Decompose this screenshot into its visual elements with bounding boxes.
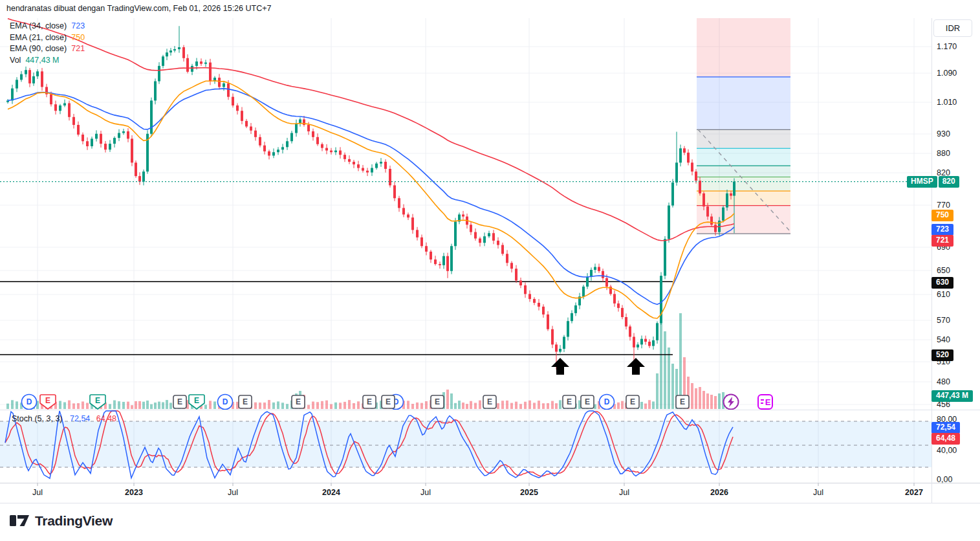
svg-text:E: E — [630, 397, 635, 406]
price-scale[interactable]: 1.1701.0901.0109308808207706906506105705… — [931, 18, 980, 483]
svg-text:E: E — [435, 397, 440, 406]
price-tick: 610 — [937, 290, 950, 299]
svg-text:E: E — [567, 397, 572, 406]
event-marker-square[interactable]: E — [581, 395, 594, 408]
svg-text:D: D — [27, 397, 32, 406]
legend-row[interactable]: Vol447,43 M — [10, 56, 60, 65]
time-tick: Jul — [32, 488, 43, 497]
svg-text:D: D — [604, 397, 610, 406]
axis-value-badge: 750 — [931, 210, 953, 221]
event-marker-square[interactable]: E — [626, 395, 639, 408]
stoch-pane[interactable] — [0, 411, 931, 478]
event-marker-circle[interactable]: D — [22, 395, 37, 410]
svg-text:E: E — [95, 396, 100, 405]
svg-text:E: E — [296, 397, 301, 406]
legend-row[interactable]: EMA (90, close)721 — [10, 44, 85, 53]
price-tick: 480 — [937, 377, 950, 386]
grid-lines — [0, 18, 931, 483]
svg-text:E: E — [487, 397, 492, 406]
price-tick: 570 — [937, 316, 950, 325]
symbol-price-badge: HMSP 820 — [907, 176, 959, 188]
stoch-legend[interactable]: Stoch (5, 3, 3) 72,54 64,48 — [12, 414, 116, 423]
svg-text:E: E — [367, 397, 372, 406]
time-scale[interactable]: Jul2023Jul2024Jul2025Jul2026Jul2027 — [0, 483, 980, 503]
time-tick: 2024 — [322, 488, 340, 497]
event-marker-square[interactable]: E — [173, 395, 186, 408]
axis-value-badge: 72,54 — [931, 422, 960, 434]
time-tick: 2025 — [520, 488, 538, 497]
stoch-indicator-name: Stoch (5, 3, 3) — [12, 414, 63, 423]
candlestick-series[interactable] — [6, 26, 735, 370]
stoch-tick: 40,00 — [937, 446, 957, 455]
svg-text:E: E — [194, 396, 199, 405]
legend-indicator-name: EMA (34, close) — [10, 21, 67, 30]
svg-text:E: E — [765, 397, 771, 407]
time-tick: 2023 — [125, 488, 143, 497]
event-marker-circle[interactable]: D — [600, 395, 615, 410]
legend-indicator-name: EMA (21, close) — [10, 33, 67, 42]
event-marker-bolt[interactable] — [724, 395, 739, 410]
svg-text:E: E — [177, 397, 182, 406]
price-tick: 1.010 — [937, 98, 957, 107]
svg-text:E: E — [45, 396, 50, 405]
svg-text:E: E — [243, 397, 248, 406]
legend-indicator-value: 723 — [71, 21, 85, 30]
symbol-label: HMSP — [907, 176, 937, 188]
event-marker-upcoming[interactable]: E — [758, 395, 772, 409]
price-tick: 930 — [937, 129, 950, 138]
axis-value-badge: 723 — [931, 224, 953, 236]
legend-indicator-name: Vol — [10, 56, 21, 65]
price-tick: 650 — [937, 266, 950, 275]
axis-value-badge: 520 — [931, 349, 953, 361]
legend-indicator-value: 447,43 M — [25, 56, 59, 65]
time-tick: 2027 — [905, 488, 923, 497]
time-tick: Jul — [619, 488, 629, 497]
event-markers-row[interactable]: DEEEEDEEEDEEEEEDEEE — [22, 395, 773, 410]
time-tick: 2026 — [710, 488, 728, 497]
tradingview-logo-icon — [10, 514, 30, 527]
tradingview-logo-text: TradingView — [35, 513, 113, 529]
up-arrow-icon[interactable] — [627, 358, 645, 375]
axis-value-badge: 630 — [931, 277, 953, 289]
price-tick: 1.090 — [937, 69, 957, 78]
event-marker-circle[interactable]: D — [218, 395, 233, 410]
attribution-text: hendranatas dibuat dengan TradingView.co… — [6, 4, 271, 13]
price-tick: 880 — [937, 149, 950, 158]
legend-indicator-value: 750 — [71, 33, 85, 42]
legend-indicator-name: EMA (90, close) — [10, 44, 67, 53]
up-arrow-icon[interactable] — [551, 358, 569, 375]
event-marker-square[interactable]: E — [363, 395, 376, 408]
price-tick: 770 — [937, 201, 950, 210]
event-marker-square[interactable]: E — [676, 395, 689, 408]
price-tick: 540 — [937, 335, 950, 344]
event-marker-square[interactable]: E — [563, 395, 576, 408]
arrow-markers[interactable] — [551, 358, 645, 375]
event-marker-square[interactable]: E — [382, 395, 395, 408]
time-tick: Jul — [228, 488, 238, 497]
event-marker-square[interactable]: E — [239, 395, 252, 408]
last-price-label: 820 — [939, 176, 959, 188]
event-marker-square[interactable]: E — [292, 395, 305, 408]
legend-indicator-value: 721 — [71, 44, 85, 53]
svg-text:D: D — [223, 397, 228, 406]
chart-canvas[interactable]: DEEEEDEEEDEEEEEDEEE — [0, 0, 980, 541]
svg-text:E: E — [680, 397, 685, 406]
axis-value-badge: 721 — [931, 235, 953, 247]
svg-text:E: E — [386, 397, 391, 406]
svg-text:E: E — [585, 397, 590, 406]
tradingview-logo[interactable]: TradingView — [10, 513, 113, 529]
fib-retracement[interactable] — [697, 18, 790, 234]
stoch-k-value: 72,54 — [70, 414, 90, 423]
axis-value-badge: 447,43 M — [931, 390, 973, 402]
event-marker-square[interactable]: E — [431, 395, 444, 408]
time-tick: Jul — [813, 488, 823, 497]
stoch-d-value: 64,48 — [96, 414, 116, 423]
legend-row[interactable]: EMA (21, close)750 — [10, 33, 85, 42]
axis-value-badge: 64,48 — [931, 433, 960, 445]
time-tick: Jul — [420, 488, 431, 497]
price-tick: 1.170 — [937, 42, 957, 51]
event-marker-square[interactable]: E — [483, 395, 496, 408]
legend-row[interactable]: EMA (34, close)723 — [10, 21, 85, 30]
